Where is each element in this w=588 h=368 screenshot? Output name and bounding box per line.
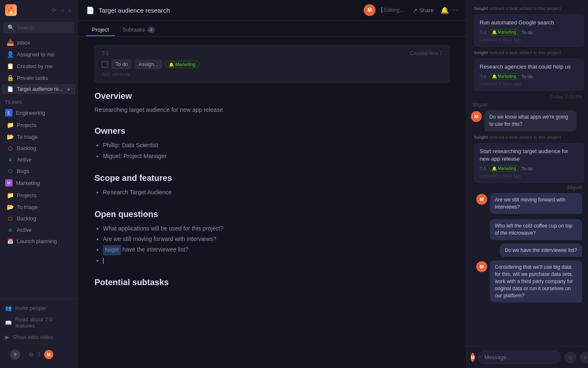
question-2: Are we still moving forward with intervi… — [103, 234, 449, 244]
mkt-backlog-icon: ⬡ — [7, 216, 13, 222]
emoji-button[interactable]: ☺ — [564, 352, 576, 363]
mkt-launch-icon: 📅 — [7, 238, 13, 244]
invite-icon: 👥 — [5, 305, 12, 311]
eng-active-icon: ≡ — [7, 157, 13, 163]
sidebar-item-assigned[interactable]: 👤 Assigned to me — [2, 49, 76, 60]
mkt-triage-label: To triage — [17, 204, 38, 210]
task-assign-button[interactable]: Assign... — [135, 60, 162, 69]
sidebar-item-eng-bugs[interactable]: ⬡ Bugs — [2, 166, 76, 176]
task-T5-tag: 🔔 Marketing — [489, 165, 519, 172]
content-area: T-1 Created Nov 7 To do Assign... 🔔 Mark… — [78, 37, 466, 368]
chat-avatar-miguel-1: M — [471, 111, 482, 122]
team-marketing[interactable]: M Marketing — [0, 177, 77, 189]
notification-icon[interactable]: 🔔 — [441, 6, 449, 14]
sidebar-item-eng-backlog[interactable]: ⬡ Backlog — [2, 143, 76, 154]
task-T4-title: Research agencies that could help us — [480, 63, 578, 71]
sidebar-item-eng-projects[interactable]: 📁 Projects — [2, 119, 76, 130]
task-mention-T3[interactable]: Run automated Google search T-3 🔔 Market… — [474, 14, 584, 47]
search-icon: 🔍 — [8, 24, 14, 31]
task-checkbox[interactable] — [102, 61, 108, 68]
tag-T3-icon: 🔔 — [492, 30, 497, 34]
question-3: height have the interviewee list? — [103, 244, 449, 255]
main-header: 📄 Target audience research M Editing... … — [78, 0, 466, 21]
task-created: Created Nov 7 — [410, 50, 442, 56]
sidebar-item-mkt-backlog[interactable]: ⬡ Backlog — [2, 213, 76, 224]
task-mention-T5[interactable]: Start researching target audience for ne… — [474, 143, 584, 183]
task-T5-updated: Updated 2 mins ago — [480, 173, 578, 178]
add-button[interactable]: + — [10, 349, 20, 360]
chat-sender-miguel-2: Miguel — [471, 185, 584, 191]
activity-feed: height noticed a task added to this proj… — [467, 0, 588, 346]
share-button[interactable]: ↗ Share — [410, 5, 437, 15]
help-icon[interactable]: ? — [37, 351, 41, 358]
tab-subtasks-label: Subtasks — [122, 26, 144, 33]
team-engineering[interactable]: E Engineering — [0, 106, 77, 119]
sidebar-item-eng-triage[interactable]: 📂 To triage — [2, 131, 76, 142]
task-card-header: T-1 Created Nov 7 — [102, 50, 442, 56]
owners-title: Owners — [94, 126, 449, 136]
open-questions-title: Open questions — [94, 209, 449, 219]
lock-icon: 🔒 — [7, 74, 13, 81]
eng-backlog-label: Backlog — [17, 145, 36, 151]
message-input[interactable] — [478, 351, 561, 364]
show-intro-item[interactable]: ▶ Show intro video — [0, 331, 77, 343]
sidebar-item-created[interactable]: 📋 Created by me — [2, 61, 76, 71]
chat-right-group: M Are we still moving forward with inter… — [471, 193, 584, 306]
tab-subtasks[interactable]: Subtasks 4 — [116, 24, 161, 36]
task-card: T-1 Created Nov 7 To do Assign... 🔔 Mark… — [94, 45, 449, 83]
owner-2: Miguel: Project Manager — [103, 151, 449, 161]
scope-item-1: Research Target Audience — [103, 187, 449, 198]
chat-sender-miguel-1: Miguel — [471, 102, 584, 108]
settings-icon[interactable]: ⚙ — [29, 351, 34, 358]
sidebar-item-current-project[interactable]: 📄 Target audience re... ★ — [2, 84, 76, 94]
sidebar-item-private[interactable]: 🔒 Private tasks — [2, 72, 76, 83]
forward-icon[interactable]: › — [67, 6, 72, 14]
created-label: Created by me — [17, 63, 52, 69]
sidebar-bottom: 👥 Invite people 📖 Read about 2.0 feature… — [0, 299, 77, 368]
mkt-projects-label: Projects — [17, 192, 37, 199]
task-T5-id: T-5 — [480, 166, 486, 171]
task-T3-title: Run automated Google search — [480, 19, 578, 26]
task-id: T-1 — [102, 50, 109, 56]
text-cursor — [103, 258, 104, 264]
marketing-label: Marketing — [16, 180, 40, 186]
invite-label: Invite people — [15, 305, 46, 311]
user-avatar-sidebar[interactable]: M — [44, 350, 53, 359]
history-icon[interactable]: ⟳ — [50, 6, 58, 14]
task-tag-marketing[interactable]: 🔔 Marketing — [165, 61, 199, 68]
right-panel: height noticed a task added to this proj… — [466, 0, 588, 368]
system-notice-2: height noticed a task added to this proj… — [471, 48, 584, 57]
add-attribute[interactable]: Add attribute — [102, 71, 442, 77]
sidebar-item-mkt-triage[interactable]: 📂 To triage — [2, 201, 76, 212]
search-bar[interactable]: 🔍 Search — [3, 22, 74, 33]
sidebar-item-mkt-projects[interactable]: 📁 Projects — [2, 190, 76, 201]
more-icon[interactable]: ··· — [452, 6, 458, 14]
sidebar-item-mkt-launch[interactable]: 📅 Launch planning — [2, 236, 76, 246]
engineering-label: Engineering — [16, 110, 45, 116]
sidebar-item-mkt-active[interactable]: ≡ Active — [2, 225, 76, 235]
project-page-icon: 📄 — [7, 86, 13, 92]
task-status-button[interactable]: To do — [112, 60, 131, 69]
eng-bugs-label: Bugs — [17, 168, 29, 174]
user-avatar-header[interactable]: M — [364, 4, 375, 16]
question-4[interactable] — [103, 255, 449, 266]
invite-people-item[interactable]: 👥 Invite people — [0, 302, 77, 314]
tab-project[interactable]: Project — [86, 24, 115, 36]
back-icon[interactable]: ‹ — [60, 6, 66, 14]
sidebar-nav-icons: ⟳ ‹ › — [50, 6, 72, 14]
mkt-launch-label: Launch planning — [17, 238, 57, 244]
sidebar-item-eng-active[interactable]: ≡ Active — [2, 154, 76, 165]
chat-row-right-1: M Are we still moving forward with inter… — [476, 193, 582, 216]
chat-bubble-right-1: Are we still moving forward with intervi… — [490, 193, 582, 214]
task-T5-title: Start researching target audience for ne… — [480, 148, 578, 163]
plus-button[interactable]: + — [580, 352, 588, 363]
read-about-item[interactable]: 📖 Read about 2.0 features — [0, 314, 77, 331]
scope-title: Scope and features — [94, 173, 449, 183]
sidebar-item-inbox[interactable]: 📥 Inbox — [2, 37, 76, 48]
task-mention-T4[interactable]: Research agencies that could help us T-4… — [474, 58, 584, 91]
tab-project-label: Project — [92, 26, 109, 33]
owners-section: Owners Phillip: Data Scientist Miguel: P… — [94, 126, 449, 161]
chat-avatar-miguel-right-2: M — [476, 261, 487, 272]
intro-label: Show intro video — [13, 334, 53, 340]
eng-bugs-icon: ⬡ — [7, 168, 13, 174]
